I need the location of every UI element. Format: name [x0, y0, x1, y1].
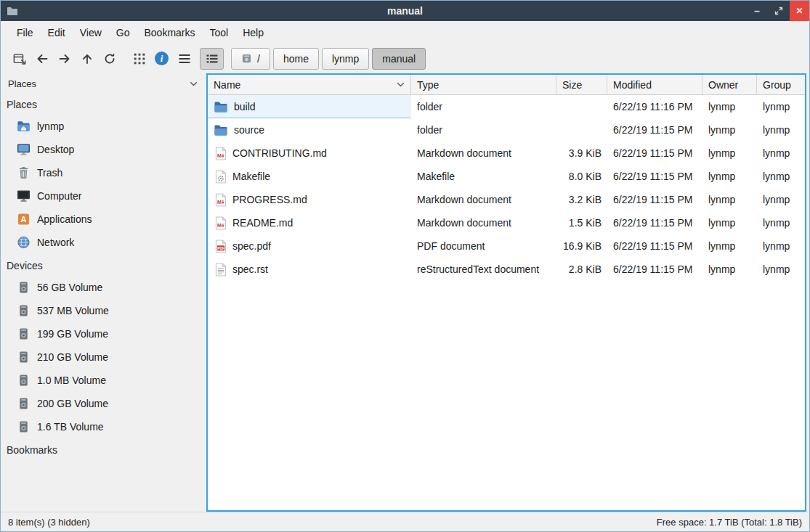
drive-icon: [17, 304, 31, 317]
status-free-space: Free space: 1.7 TiB (Total: 1.8 TiB): [657, 517, 802, 528]
menu-go[interactable]: Go: [109, 23, 137, 42]
drive-icon: [17, 327, 31, 340]
table-row-makefile[interactable]: Makefile Makefile 8.0 KiB 6/22/19 11:15 …: [208, 165, 805, 188]
file-name: spec.rst: [232, 263, 268, 275]
sidebar-item-desktop[interactable]: Desktop: [1, 138, 206, 161]
menu-tool[interactable]: Tool: [203, 23, 236, 42]
file-name-cell: spec.rst: [208, 258, 411, 281]
file-type-cell: reStructuredText document: [411, 258, 556, 281]
folder-icon: [214, 101, 228, 113]
info-icon: i: [155, 52, 169, 65]
file-modified-cell: 6/22/19 11:15 PM: [607, 211, 702, 234]
user-home-icon: [17, 120, 31, 133]
menu-bar: File Edit View Go Bookmarks Tool Help: [1, 21, 809, 44]
sidebar-item-volume-537mb[interactable]: 537 MB Volume: [1, 299, 206, 322]
file-type-cell: folder: [411, 95, 556, 118]
collapse-chevron-icon[interactable]: [190, 81, 198, 86]
info-button[interactable]: i: [150, 48, 173, 70]
column-header-modified[interactable]: Modified: [607, 75, 702, 94]
file-type-cell: folder: [411, 118, 556, 142]
sidebar-item-applications[interactable]: Applications: [1, 208, 206, 231]
sidebar-item-volume-1mb[interactable]: 1.0 MB Volume: [1, 369, 206, 392]
folder-icon: [214, 124, 228, 136]
file-size-cell: [556, 118, 607, 142]
table-row-build[interactable]: build folder 6/22/19 11:16 PM lynmp lynm…: [208, 95, 805, 118]
file-name-cell: README.md: [208, 211, 411, 234]
new-tab-button[interactable]: [8, 48, 31, 70]
table-row-progress-md[interactable]: PROGRESS.md Markdown document 3.2 KiB 6/…: [208, 188, 805, 211]
file-owner-cell: lynmp: [702, 95, 757, 118]
places-section-title: Places: [1, 94, 206, 115]
icon-view-button[interactable]: [128, 48, 150, 70]
path-home-button[interactable]: home: [273, 48, 319, 70]
file-name: build: [234, 101, 256, 112]
sidebar-item-volume-16tb[interactable]: 1.6 TB Volume: [1, 415, 206, 438]
refresh-button[interactable]: [98, 48, 121, 70]
path-manual-button[interactable]: manual: [372, 48, 426, 70]
path-lynmp-button[interactable]: lynmp: [322, 48, 369, 70]
sidebar-item-volume-56gb[interactable]: 56 GB Volume: [1, 276, 206, 299]
table-header: Name Type Size Modified Owner Group: [208, 75, 805, 95]
table-row-spec-rst[interactable]: spec.rst reStructuredText document 2.8 K…: [208, 258, 805, 281]
menu-view[interactable]: View: [73, 23, 109, 42]
sidebar-item-volume-200gb[interactable]: 200 GB Volume: [1, 392, 206, 415]
drive-icon: [17, 351, 31, 364]
sidebar-item-volume-199gb[interactable]: 199 GB Volume: [1, 322, 206, 345]
file-size-cell: [556, 95, 607, 118]
up-button[interactable]: [76, 48, 98, 70]
sidebar-item-volume-210gb[interactable]: 210 GB Volume: [1, 345, 206, 369]
file-owner-cell: lynmp: [702, 142, 757, 165]
menu-bookmarks[interactable]: Bookmarks: [137, 23, 202, 42]
title-bar[interactable]: manual – ✕: [1, 1, 809, 21]
table-row-contributing-md[interactable]: CONTRIBUTING.md Markdown document 3.9 Ki…: [208, 142, 805, 165]
file-name: Makefile: [232, 171, 270, 182]
pdf-icon: [215, 240, 227, 253]
file-group-cell: lynmp: [757, 234, 805, 258]
trash-icon: [17, 166, 31, 179]
table-row-spec-pdf[interactable]: spec.pdf PDF document 16.9 KiB 6/22/19 1…: [208, 234, 805, 258]
table-row-readme-md[interactable]: README.md Markdown document 1.5 KiB 6/22…: [208, 211, 805, 234]
close-button[interactable]: ✕: [790, 1, 809, 21]
file-name-cell: CONTRIBUTING.md: [208, 142, 411, 165]
column-header-size[interactable]: Size: [556, 75, 607, 94]
markdown-icon: [215, 147, 227, 160]
sidebar-item-trash[interactable]: Trash: [1, 161, 206, 184]
file-owner-cell: lynmp: [702, 258, 757, 281]
sidebar-item-computer[interactable]: Computer: [1, 184, 206, 208]
list-view-button[interactable]: [200, 48, 224, 70]
file-group-cell: lynmp: [757, 211, 805, 234]
file-rows: build folder 6/22/19 11:16 PM lynmp lynm…: [208, 95, 805, 510]
column-header-group[interactable]: Group: [757, 75, 805, 94]
sidebar-item-label: lynmp: [37, 120, 64, 132]
restore-button[interactable]: [768, 1, 790, 21]
sidebar-item-label: Applications: [37, 213, 92, 225]
drive-icon: [17, 281, 31, 294]
file-name-cell: Makefile: [208, 165, 411, 188]
column-header-type[interactable]: Type: [411, 75, 556, 94]
computer-icon: [17, 189, 31, 202]
forward-button[interactable]: [53, 48, 76, 70]
file-size-cell: 2.8 KiB: [556, 258, 607, 281]
column-header-owner[interactable]: Owner: [702, 75, 757, 94]
list-view-icon: [206, 52, 219, 65]
file-group-cell: lynmp: [757, 118, 805, 142]
column-header-name[interactable]: Name: [208, 75, 411, 94]
status-item-count: 8 item(s) (3 hidden): [8, 517, 90, 528]
sidebar-item-network[interactable]: Network: [1, 231, 206, 254]
minimize-button[interactable]: –: [746, 1, 768, 21]
file-owner-cell: lynmp: [702, 118, 757, 142]
table-row-source[interactable]: source folder 6/22/19 11:15 PM lynmp lyn…: [208, 118, 805, 142]
menu-file[interactable]: File: [9, 23, 41, 42]
drive-icon: [17, 420, 31, 433]
file-name-cell: source: [208, 118, 411, 142]
main-menu-button[interactable]: [173, 48, 195, 70]
sidebar-item-lynmp[interactable]: lynmp: [1, 115, 206, 138]
sidebar-item-label: 537 MB Volume: [37, 305, 109, 316]
sidebar-item-label: 56 GB Volume: [37, 282, 102, 293]
root-drive-icon: [241, 53, 252, 64]
path-root-button[interactable]: /: [231, 48, 270, 70]
file-type-cell: Makefile: [411, 165, 556, 188]
back-button[interactable]: [31, 48, 53, 70]
menu-help[interactable]: Help: [235, 23, 271, 42]
menu-edit[interactable]: Edit: [41, 23, 73, 42]
